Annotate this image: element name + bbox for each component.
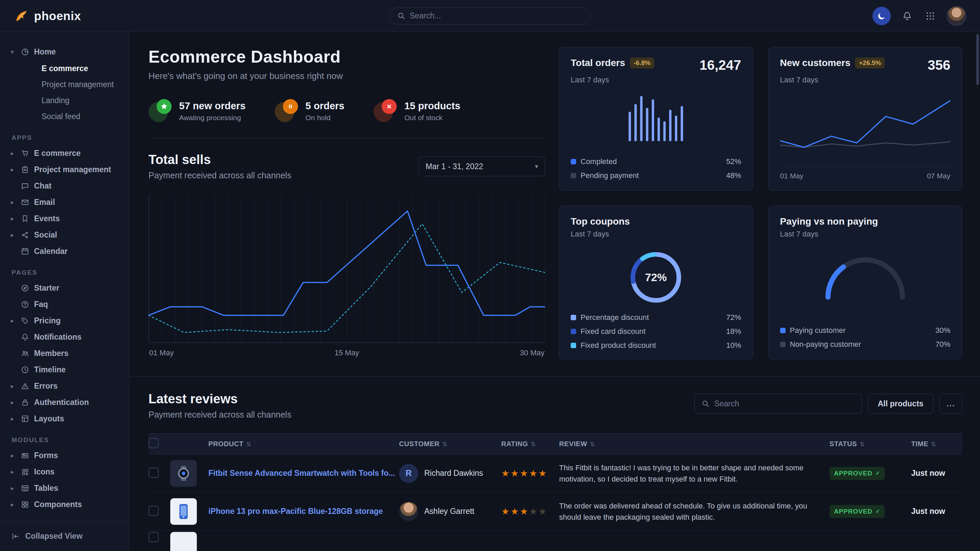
lock-icon <box>20 397 30 407</box>
user-avatar[interactable] <box>947 6 966 26</box>
chevron-right-icon: ▸ <box>9 416 16 422</box>
sidebar-item-social-feed[interactable]: Social feed <box>9 109 121 125</box>
sidebar-item-errors[interactable]: ▸Errors <box>9 378 121 394</box>
stat-caption: Out of stock <box>404 114 460 122</box>
legend-dot <box>571 315 576 320</box>
sidebar-item-home[interactable]: ▾ Home <box>9 44 121 60</box>
sidebar-item-tables[interactable]: ▸Tables <box>9 480 121 496</box>
stat-value: 57 new orders <box>179 100 245 112</box>
clock-icon <box>20 365 30 375</box>
sidebar-item-landing[interactable]: Landing <box>9 92 121 109</box>
column-header-time[interactable]: TIME <box>911 440 962 448</box>
total-sells-subtitle: Payment received across all channels <box>148 170 291 180</box>
brand-name: phoenix <box>34 9 81 23</box>
reviews-search-input[interactable] <box>714 399 855 408</box>
reviews-search[interactable] <box>694 394 862 413</box>
row-checkbox[interactable] <box>148 468 159 478</box>
sidebar-item-authentication[interactable]: ▸Authentication <box>9 394 121 410</box>
phoenix-dashboard: phoenix ▾ Home E commerce Project manage… <box>0 0 980 551</box>
customer-avatar[interactable] <box>399 502 418 521</box>
page-title: Ecommerce Dashboard <box>148 47 545 67</box>
sidebar-item-components[interactable]: ▸Components <box>9 496 121 513</box>
sidebar-item-app-project-management[interactable]: ▸Project management <box>9 161 121 178</box>
chevron-right-icon: ▸ <box>9 383 16 389</box>
more-options-button[interactable]: ... <box>939 394 962 413</box>
coupons-legend: Percentage discount72% Fixed card discou… <box>571 308 741 350</box>
column-header-product[interactable]: PRODUCT <box>208 440 399 448</box>
sidebar-item-pricing[interactable]: ▸Pricing <box>9 313 121 329</box>
product-thumbnail[interactable] <box>170 532 197 551</box>
column-header-review[interactable]: REVIEW <box>559 440 829 448</box>
shapes-icon <box>20 467 30 477</box>
new-customers-value: 356 <box>928 57 950 73</box>
customer-name: Richard Dawkins <box>424 468 483 478</box>
row-checkbox[interactable] <box>148 506 159 516</box>
product-thumbnail-phone[interactable] <box>170 498 197 525</box>
sidebar-item-timeline[interactable]: Timeline <box>9 361 121 378</box>
card-period: Last 7 days <box>780 76 951 84</box>
reviews-table: PRODUCT CUSTOMER RATING REVIEW STATUS TI… <box>148 433 962 551</box>
home-submenu: E commerce Project management Landing So… <box>9 60 121 125</box>
column-header-rating[interactable]: RATING <box>501 440 559 448</box>
reviews-table-header: PRODUCT CUSTOMER RATING REVIEW STATUS TI… <box>148 433 962 454</box>
apps-menu-button[interactable] <box>923 9 937 23</box>
date-range-select[interactable]: Mar 1 - 31, 2022 ▾ <box>418 157 545 176</box>
sidebar-item-members[interactable]: Members <box>9 345 121 361</box>
chevron-right-icon: ▸ <box>9 501 16 508</box>
select-all-checkbox[interactable] <box>148 438 159 448</box>
reviews-header: Latest reviews Payment received across a… <box>148 392 962 420</box>
sidebar-item-forms[interactable]: ▸Forms <box>9 447 121 464</box>
sidebar-item-icons[interactable]: ▸Icons <box>9 464 121 480</box>
stat-on-hold: 5 ordersOn hold <box>275 100 344 122</box>
stat-value: 15 products <box>404 100 460 112</box>
status-badge: APPROVED✓ <box>829 505 885 518</box>
chevron-right-icon: ▸ <box>9 468 16 475</box>
total-sells-title: Total sells <box>148 152 291 167</box>
orders-legend: Completed52% Pending payment48% <box>571 152 741 180</box>
sidebar-item-notifications[interactable]: Notifications <box>9 329 121 345</box>
sidebar-item-app-ecommerce[interactable]: ▸E commerce <box>9 145 121 161</box>
collapse-icon <box>10 531 21 541</box>
bell-icon <box>902 11 912 21</box>
brand[interactable]: phoenix <box>14 8 81 24</box>
sidebar-item-faq[interactable]: Faq <box>9 296 121 313</box>
product-link[interactable]: iPhone 13 pro max-Pacific Blue-128GB sto… <box>208 507 399 516</box>
global-search[interactable] <box>389 8 591 24</box>
sidebar-item-project-management[interactable]: Project management <box>9 76 121 92</box>
rating-stars: ★★★★★ <box>501 506 559 517</box>
sidebar-item-ecommerce[interactable]: E commerce <box>9 60 121 76</box>
review-text: The order was delivered ahead of schedul… <box>559 500 829 523</box>
sidebar-item-events[interactable]: ▸Events <box>9 210 121 227</box>
global-search-input[interactable] <box>410 11 583 21</box>
sidebar-item-chat[interactable]: Chat <box>9 178 121 194</box>
sidebar-item-email[interactable]: ▸Email <box>9 194 121 210</box>
chat-icon <box>20 181 30 191</box>
total-sells-chart: 01 May 15 May 30 May <box>148 193 545 357</box>
all-products-button[interactable]: All products <box>868 394 933 413</box>
customer-avatar[interactable]: R <box>399 464 418 483</box>
dashboard-cards: Total orders -6.8% 16,247 Last 7 days Co… <box>559 47 962 359</box>
sidebar-item-starter[interactable]: Starter <box>9 280 121 296</box>
chevron-right-icon: ▸ <box>9 216 16 222</box>
components-icon <box>20 499 30 510</box>
scrollbar-thumb[interactable] <box>976 34 979 85</box>
sidebar-item-social[interactable]: ▸Social <box>9 227 121 243</box>
sidebar-item-layouts[interactable]: ▸Layouts <box>9 410 121 427</box>
customers-line-chart <box>780 94 951 156</box>
column-header-customer[interactable]: CUSTOMER <box>399 440 501 448</box>
mail-icon <box>20 197 30 207</box>
product-thumbnail-watch[interactable] <box>170 460 197 487</box>
theme-toggle-button[interactable] <box>872 7 891 25</box>
review-time: Just now <box>911 507 962 516</box>
product-link[interactable]: Fitbit Sense Advanced Smartwatch with To… <box>208 468 399 478</box>
trend-badge: +26.5% <box>855 57 885 68</box>
row-checkbox[interactable] <box>148 532 159 542</box>
sidebar-item-calendar[interactable]: Calendar <box>9 243 121 259</box>
total-orders-card: Total orders -6.8% 16,247 Last 7 days Co… <box>559 47 753 191</box>
page-subtitle: Here's what's going on at your business … <box>148 71 545 81</box>
collapse-sidebar-button[interactable]: Collapsed View <box>0 521 129 551</box>
card-title: Paying vs non paying <box>780 216 878 227</box>
notifications-button[interactable] <box>900 9 914 23</box>
column-header-status[interactable]: STATUS <box>829 440 911 448</box>
chevron-right-icon: ▸ <box>9 485 16 491</box>
